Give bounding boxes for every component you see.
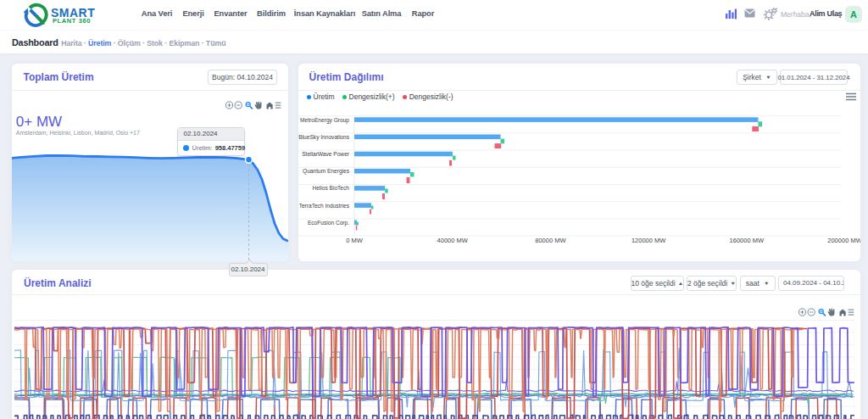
svg-text:Helios BioTech: Helios BioTech (312, 185, 349, 191)
svg-text:TerraTech Industries: TerraTech Industries (298, 202, 349, 208)
svg-text:200000 MW: 200000 MW (827, 236, 860, 243)
svg-text:EcoFusion Corp.: EcoFusion Corp. (307, 219, 348, 226)
svg-text:MetroEnergy Group: MetroEnergy Group (300, 116, 349, 123)
svg-text:Quantum Energies: Quantum Energies (303, 168, 350, 175)
svg-text:80000 MW: 80000 MW (535, 236, 566, 243)
svg-text:0 MW: 0 MW (346, 236, 364, 243)
svg-text:160000 MW: 160000 MW (729, 236, 764, 243)
svg-text:StellarWave Power: StellarWave Power (302, 151, 350, 157)
svg-text:40000 MW: 40000 MW (437, 236, 468, 243)
svg-text:120000 MW: 120000 MW (631, 236, 665, 243)
svg-text:BlueSky Innovations: BlueSky Innovations (298, 133, 349, 140)
